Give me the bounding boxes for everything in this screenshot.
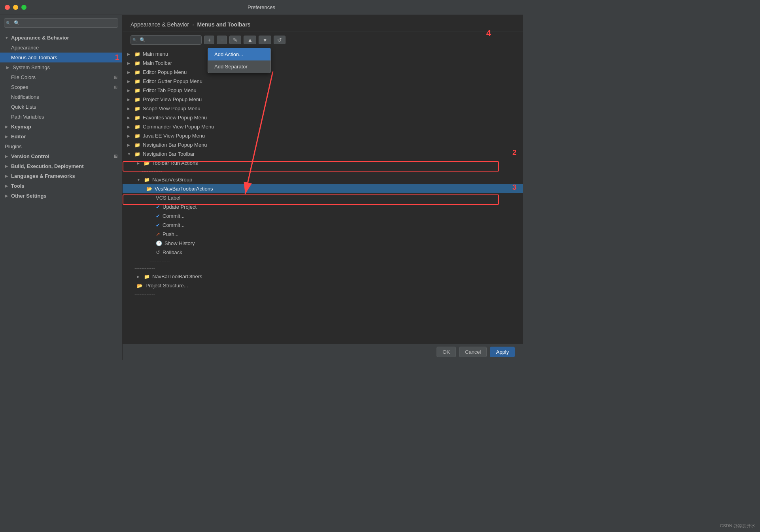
tree-label-main-toolbar: Main Toolbar: [143, 60, 172, 66]
sidebar-group-label: Appearance & Behavior: [11, 35, 69, 41]
tree-item-java-ee[interactable]: ▶ 📁 Java EE View Popup Menu: [123, 131, 523, 140]
sidebar-item-system-settings[interactable]: ▶ System Settings: [0, 62, 122, 72]
main-layout: ▼ Appearance & Behavior Appearance Menus…: [0, 15, 523, 360]
chevron-right-icon: ▶: [127, 143, 132, 147]
tree-item-editor-gutter[interactable]: ▶ 📁 Editor Gutter Popup Menu: [123, 77, 523, 86]
dropdown-item-add-separator[interactable]: Add Separator: [208, 60, 270, 73]
tree-item-editor-tab[interactable]: ▶ 📁 Editor Tab Popup Menu: [123, 86, 523, 95]
check-icon: ✔: [156, 213, 160, 219]
ok-button[interactable]: OK: [437, 347, 456, 357]
tree-item-project-view[interactable]: ▶ 📁 Project View Popup Menu: [123, 95, 523, 104]
tree-item-favorites-view[interactable]: ▶ 📁 Favorites View Popup Menu: [123, 113, 523, 122]
reset-button[interactable]: ↺: [274, 36, 285, 44]
tree-label-editor-popup: Editor Popup Menu: [143, 69, 187, 75]
tree-item-main-menu[interactable]: ▶ 📁 Main menu: [123, 49, 523, 58]
breadcrumb-separator: ›: [192, 21, 194, 28]
tree-label-show-history: Show History: [164, 240, 195, 246]
add-button[interactable]: +: [204, 36, 214, 44]
tree-item-toolbar-run-actions[interactable]: ▶ 📂 Toolbar Run Actions: [123, 158, 523, 168]
chevron-right-icon: ▶: [127, 52, 132, 56]
move-down-button[interactable]: ▼: [259, 36, 271, 44]
sidebar-item-file-colors[interactable]: File Colors ⊞: [0, 72, 122, 82]
chevron-right-icon: ▶: [5, 134, 9, 139]
tree-item-project-structure[interactable]: 📂 Project Structure...: [123, 281, 523, 290]
content-toolbar: + − ✎ ▲ ▼ ↺ Add Action... Add Separator …: [123, 32, 523, 48]
chevron-down-icon: ▼: [127, 152, 132, 156]
tree-item-vcs-label[interactable]: VCS Label: [123, 193, 523, 202]
sidebar-item-build-execution[interactable]: ▶ Build, Execution, Deployment: [0, 161, 122, 171]
sidebar-item-notifications[interactable]: Notifications: [0, 92, 122, 102]
tree-item-navbar-vcs-group[interactable]: ▼ 📁 NavBarVcsGroup: [123, 175, 523, 184]
sidebar-item-appearance-behavior[interactable]: ▼ Appearance & Behavior: [0, 33, 122, 43]
bottom-bar: OK Cancel Apply: [123, 344, 523, 360]
edit-button[interactable]: ✎: [229, 36, 241, 44]
sidebar-label-version-control: Version Control: [11, 153, 49, 159]
sidebar-label-system-settings: System Settings: [13, 64, 50, 70]
sidebar-label-editor: Editor: [11, 134, 26, 140]
tree-item-show-history[interactable]: 🕐 Show History: [123, 239, 523, 248]
search-wrapper: [4, 18, 118, 28]
separator-2: ------------: [123, 257, 523, 264]
chevron-right-icon: ▶: [5, 174, 9, 178]
sidebar-label-other-settings: Other Settings: [11, 193, 47, 199]
tree-item-scope-view[interactable]: ▶ 📁 Scope View Popup Menu: [123, 104, 523, 113]
toolbar-search-input[interactable]: [130, 35, 202, 45]
tree-item-editor-popup[interactable]: ▶ 📁 Editor Popup Menu: [123, 68, 523, 77]
rollback-icon: ↺: [156, 249, 160, 255]
folder-icon: 📁: [134, 51, 140, 57]
sidebar-label-appearance: Appearance: [11, 45, 39, 51]
tree-item-rollback[interactable]: ↺ Rollback: [123, 248, 523, 257]
sidebar-item-scopes[interactable]: Scopes ⊞: [0, 82, 122, 92]
tree-item-update-project[interactable]: ✔ Update Project: [123, 202, 523, 211]
maximize-button[interactable]: [21, 5, 26, 10]
chevron-right-icon: ▶: [127, 98, 132, 102]
sidebar-item-tools[interactable]: ▶ Tools: [0, 181, 122, 191]
apply-button[interactable]: Apply: [490, 347, 515, 357]
sidebar-item-menus-toolbars[interactable]: Menus and Toolbars 1: [0, 53, 122, 62]
tree-item-vcs-navbar-toolbar[interactable]: 📂 VcsNavBarToobarActions 3: [123, 184, 523, 193]
separator-1: ------------: [123, 168, 523, 175]
tree-item-main-toolbar[interactable]: ▶ 📁 Main Toolbar: [123, 58, 523, 68]
tree-label-project-structure: Project Structure...: [146, 283, 188, 289]
sidebar-label-keymap: Keymap: [11, 124, 31, 130]
check-icon: ✔: [156, 222, 160, 228]
tree-label-vcs-navbar-toolbar: VcsNavBarToobarActions: [155, 186, 213, 192]
close-button[interactable]: [5, 5, 10, 10]
tree-list: ▶ 📁 Main menu ▶ 📁 Main Toolbar ▶ 📁 Edito…: [123, 48, 523, 299]
sidebar-item-appearance[interactable]: Appearance: [0, 43, 122, 53]
sidebar-item-languages-frameworks[interactable]: ▶ Languages & Frameworks: [0, 171, 122, 181]
sidebar-item-keymap[interactable]: ▶ Keymap: [0, 122, 122, 132]
tree-label-editor-tab: Editor Tab Popup Menu: [143, 87, 197, 93]
chevron-right-icon: ▶: [127, 61, 132, 65]
tree-item-nav-bar-toolbar[interactable]: ▼ 📁 Navigation Bar Toolbar 2: [123, 149, 523, 158]
sidebar-item-path-variables[interactable]: Path Variables: [0, 112, 122, 122]
sidebar-label-notifications: Notifications: [11, 94, 39, 100]
version-control-icon: ⊞: [114, 154, 117, 159]
sidebar-item-quick-lists[interactable]: Quick Lists: [0, 102, 122, 112]
tree-item-commander-view[interactable]: ▶ 📁 Commander View Popup Menu: [123, 122, 523, 131]
cancel-button[interactable]: Cancel: [459, 347, 487, 357]
sidebar-items: ▼ Appearance & Behavior Appearance Menus…: [0, 31, 122, 202]
folder-icon: 📁: [134, 60, 140, 66]
tree-item-push[interactable]: ↗ Push...: [123, 230, 523, 239]
tree-item-commit2[interactable]: ✔ Commit...: [123, 221, 523, 230]
remove-button[interactable]: −: [217, 36, 227, 44]
move-up-button[interactable]: ▲: [244, 36, 256, 44]
folder-icon: 📁: [134, 124, 140, 130]
sidebar-item-version-control[interactable]: ▶ Version Control ⊞: [0, 151, 122, 161]
tree-item-nav-bar-popup[interactable]: ▶ 📁 Navigation Bar Popup Menu: [123, 140, 523, 149]
folder-icon: 📁: [134, 97, 140, 102]
sidebar-item-editor[interactable]: ▶ Editor: [0, 132, 122, 141]
chevron-right-icon: ▶: [127, 79, 132, 83]
annotation-1: 1: [115, 53, 119, 62]
sidebar-item-plugins[interactable]: Plugins: [0, 141, 122, 151]
tree-item-commit1[interactable]: ✔ Commit...: [123, 211, 523, 221]
toolbar-search-container: [130, 35, 202, 45]
add-dropdown-menu: Add Action... Add Separator: [208, 48, 271, 73]
sidebar-label-plugins: Plugins: [5, 143, 22, 149]
sidebar-search-input[interactable]: [4, 18, 118, 28]
minimize-button[interactable]: [13, 5, 18, 10]
dropdown-item-add-action[interactable]: Add Action...: [208, 48, 270, 60]
sidebar-item-other-settings[interactable]: ▶ Other Settings: [0, 191, 122, 201]
tree-item-navbar-toolbar-others[interactable]: ▶ 📁 NavBarToolBarOthers: [123, 272, 523, 281]
